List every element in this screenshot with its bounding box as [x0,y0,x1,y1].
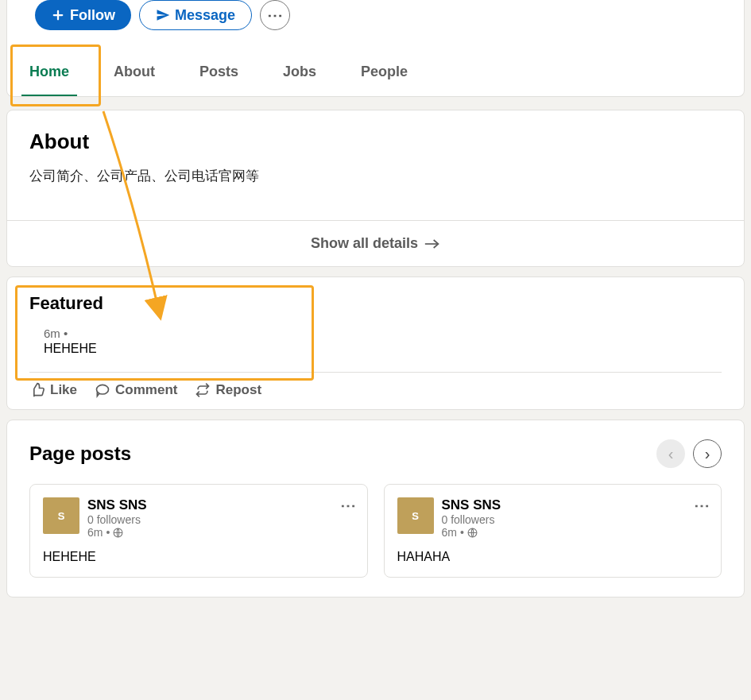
show-all-details-button[interactable]: Show all details [7,220,744,266]
tab-jobs[interactable]: Jobs [275,46,324,96]
post-followers: 0 followers [442,513,501,526]
more-icon: ⋯ [267,6,283,25]
posts-prev-button: ‹ [656,439,685,468]
globe-icon [467,528,478,538]
tabs-bar: Home About Posts Jobs People [6,46,745,97]
featured-time: 6m • [29,327,722,340]
post-more-button[interactable]: ⋯ [340,496,356,515]
tab-home[interactable]: Home [21,46,77,96]
page-posts-card: Page posts ‹ › ⋯ S SNS SNS [6,420,745,598]
arrow-right-icon [424,238,440,249]
plus-icon [51,8,65,22]
more-icon: ⋯ [340,497,356,514]
about-card: About 公司简介、公司产品、公司电话官网等 Show all details [6,110,745,267]
more-button[interactable]: ⋯ [260,0,290,30]
repost-icon [195,382,211,398]
chevron-right-icon: › [705,445,710,463]
about-title: About [29,130,722,154]
post-card[interactable]: ⋯ S SNS SNS 0 followers 6m • [384,484,722,578]
featured-text: HEHEHE [29,342,722,356]
featured-actions: Like Comment Repost [29,372,722,398]
posts-next-button[interactable]: › [693,439,722,468]
message-button-label: Message [175,7,235,24]
post-time: 6m • [87,526,147,539]
comment-label: Comment [115,382,177,398]
like-icon [29,382,45,398]
repost-label: Repost [215,382,261,398]
follow-button[interactable]: Follow [35,0,131,30]
about-description: 公司简介、公司产品、公司电话官网等 [29,167,722,185]
post-time: 6m • [442,526,501,539]
post-followers: 0 followers [87,513,147,526]
post-body: HAHAHA [397,550,709,564]
comment-button[interactable]: Comment [95,382,177,398]
avatar: S [397,497,434,534]
follow-button-label: Follow [70,7,115,24]
featured-card: Featured 6m • HEHEHE Like Comment Repost [6,277,745,410]
chevron-left-icon: ‹ [668,445,674,463]
svg-point-3 [97,385,109,394]
featured-title: Featured [29,293,722,314]
post-card[interactable]: ⋯ S SNS SNS 0 followers 6m • [29,484,368,578]
globe-icon [113,528,123,538]
comment-icon [95,382,110,398]
send-icon [156,8,170,22]
show-all-details-label: Show all details [311,235,418,252]
like-label: Like [50,382,77,398]
avatar: S [43,497,79,534]
like-button[interactable]: Like [29,382,77,398]
post-author-name: SNS SNS [442,497,501,513]
tab-about[interactable]: About [106,46,163,96]
message-button[interactable]: Message [139,0,252,30]
post-more-button[interactable]: ⋯ [694,496,710,515]
post-body: HEHEHE [43,550,354,564]
page-posts-title: Page posts [29,443,131,465]
tab-people[interactable]: People [353,46,416,96]
more-icon: ⋯ [694,497,710,514]
post-author-name: SNS SNS [87,497,147,513]
repost-button[interactable]: Repost [195,382,261,398]
tab-posts[interactable]: Posts [192,46,246,96]
